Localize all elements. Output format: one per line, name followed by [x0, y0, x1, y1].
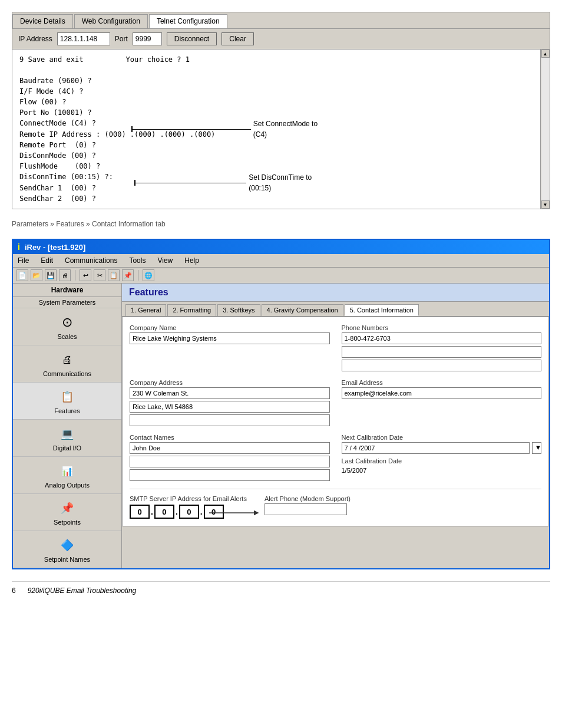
app-title: iRev - [test1.920]: [25, 243, 85, 252]
form-row-1: Company Name Phone Numbers: [130, 324, 541, 373]
telnet-line-2: I/F Mode (4C) ?: [19, 86, 543, 97]
main-content: Features 1. General 2. Formatting 3. Sof…: [122, 284, 549, 568]
calibration-col: Next Calibration Date ▼ Last Calibration…: [342, 434, 542, 483]
analog-outputs-label: Analog Outputs: [45, 482, 90, 489]
smtp-octet-4[interactable]: [204, 505, 224, 519]
print-icon[interactable]: 🖨: [59, 269, 71, 281]
telnet-line-4: Port No (10001) ?: [19, 107, 543, 118]
toolbar-sep1: [75, 270, 75, 281]
scroll-down[interactable]: ▼: [541, 200, 550, 209]
scroll-up[interactable]: ▲: [541, 50, 550, 58]
telnet-line-11: SendChar 1 (00) ?: [19, 183, 543, 193]
phone-2-input[interactable]: [342, 346, 542, 358]
contact-form: Company Name Phone Numbers Company Addre: [122, 317, 549, 526]
address-3-input[interactable]: [130, 414, 330, 426]
next-cal-label: Next Calibration Date: [342, 434, 542, 441]
telnet-scrollbar[interactable]: ▲ ▼: [540, 50, 550, 209]
company-name-input[interactable]: [130, 332, 330, 344]
phone-numbers-label: Phone Numbers: [342, 324, 542, 331]
sidebar-item-features[interactable]: 📋 Features: [13, 383, 121, 420]
menu-tools[interactable]: Tools: [127, 255, 148, 266]
telnet-line-10: DisConnTime (00:15) ?:: [19, 172, 113, 182]
save-icon[interactable]: 💾: [45, 269, 57, 281]
smtp-octet-1[interactable]: [130, 505, 150, 519]
sidebar-item-setpoint-names[interactable]: 🔷 Setpoint Names: [13, 531, 121, 568]
company-name-col: Company Name: [130, 324, 330, 373]
tab-softkeys[interactable]: 3. Softkeys: [217, 304, 260, 316]
menu-file[interactable]: File: [15, 255, 31, 266]
sidebar-item-communications[interactable]: 🖨 Communications: [13, 345, 121, 383]
next-cal-input[interactable]: [342, 442, 530, 454]
tab-telnet-config[interactable]: Telnet Configuration: [149, 14, 227, 28]
tab-gravity-compensation[interactable]: 4. Gravity Compensation: [262, 304, 343, 316]
menu-edit[interactable]: Edit: [38, 255, 55, 266]
digital-io-label: Digital I/O: [53, 444, 81, 452]
smtp-octet-3[interactable]: [179, 505, 199, 519]
page-footer: 6 920i/iQUBE Email Troubleshooting: [12, 581, 550, 595]
form-row-3: Contact Names Next Calibration Date ▼ La…: [130, 434, 541, 483]
telnet-line-1: Baudrate (9600) ?: [19, 75, 543, 86]
undo-icon[interactable]: ↩: [80, 269, 91, 281]
phone-3-input[interactable]: [342, 360, 542, 371]
disconnect-button[interactable]: Disconnect: [167, 32, 217, 45]
menu-view[interactable]: View: [155, 255, 175, 266]
alert-phone-label: Alert Phone (Modem Support): [265, 495, 351, 502]
open-icon[interactable]: 📂: [31, 269, 42, 281]
smtp-arrow-container: Alert Phone (Modem Support): [265, 495, 351, 516]
app-icon: i: [18, 242, 20, 252]
scroll-track[interactable]: [541, 58, 550, 200]
tab-web-config[interactable]: Web Configuration: [74, 14, 148, 28]
email-input[interactable]: [342, 387, 542, 399]
last-cal-value: 1/5/2007: [342, 466, 542, 475]
alert-phone-input[interactable]: [265, 503, 347, 515]
feature-tabs: 1. General 2. Formatting 3. Softkeys 4. …: [122, 302, 549, 317]
sidebar-item-setpoints[interactable]: 📌 Setpoints: [13, 494, 121, 531]
tab-formatting[interactable]: 2. Formatting: [167, 304, 216, 316]
smtp-dot-3: .: [199, 507, 204, 516]
menu-help[interactable]: Help: [182, 255, 201, 266]
telnet-line-3: Flow (00) ?: [19, 97, 543, 107]
cal-dropdown[interactable]: ▼: [532, 442, 541, 454]
contact-1-input[interactable]: [130, 442, 330, 454]
contact-3-input[interactable]: [130, 469, 330, 481]
tab-device-details[interactable]: Device Details: [12, 14, 73, 28]
scales-label: Scales: [57, 333, 77, 340]
menu-communications[interactable]: Communications: [62, 255, 120, 266]
phone-numbers-col: Phone Numbers: [342, 324, 542, 373]
features-icon: 📋: [58, 387, 77, 406]
ip-input[interactable]: [57, 32, 110, 45]
telnet-line-blank: [19, 65, 543, 75]
contact-names-label: Contact Names: [130, 434, 330, 441]
telnet-config-panel: Device Details Web Configuration Telnet …: [12, 12, 550, 209]
form-row-2: Company Address Email Address: [130, 379, 541, 428]
sidebar: Hardware System Parameters ⊙ Scales 🖨 Co…: [13, 284, 122, 568]
internet-icon[interactable]: 🌐: [143, 269, 154, 281]
contact-2-input[interactable]: [130, 456, 330, 467]
address-1-input[interactable]: [130, 387, 330, 399]
address-2-input[interactable]: [130, 401, 330, 413]
port-input[interactable]: [133, 32, 162, 45]
app-body: Hardware System Parameters ⊙ Scales 🖨 Co…: [13, 284, 549, 568]
company-address-label: Company Address: [130, 379, 330, 386]
sidebar-item-digital-io[interactable]: 💻 Digital I/O: [13, 420, 121, 457]
scales-icon: ⊙: [58, 313, 77, 332]
smtp-dot-1: .: [150, 507, 154, 516]
tab-contact-information[interactable]: 5. Contact Information: [345, 304, 419, 316]
sidebar-item-analog-outputs[interactable]: 📊 Analog Outputs: [13, 457, 121, 494]
smtp-octet-2[interactable]: [154, 505, 174, 519]
tab-general[interactable]: 1. General: [125, 304, 166, 316]
clear-button[interactable]: Clear: [222, 32, 254, 45]
phone-1-input[interactable]: [342, 332, 542, 344]
sidebar-header: Hardware: [13, 284, 121, 297]
setpoints-label: Setpoints: [54, 519, 81, 526]
paste-icon[interactable]: 📌: [122, 269, 134, 281]
sidebar-subheader: System Parameters: [13, 297, 121, 308]
cut-icon[interactable]: ✂: [94, 269, 105, 281]
copy-icon[interactable]: 📋: [108, 269, 120, 281]
sidebar-item-scales[interactable]: ⊙ Scales: [13, 308, 121, 345]
telnet-line-9: FlushMode (00) ?: [19, 161, 543, 172]
new-icon[interactable]: 📄: [16, 269, 28, 281]
smtp-col: SMTP Server IP Address for Email Alerts …: [130, 495, 247, 519]
telnet-line-8: DisConnMode (00) ?: [19, 150, 543, 161]
telnet-line-0: 9 Save and exit Your choice ? 1: [19, 54, 543, 65]
